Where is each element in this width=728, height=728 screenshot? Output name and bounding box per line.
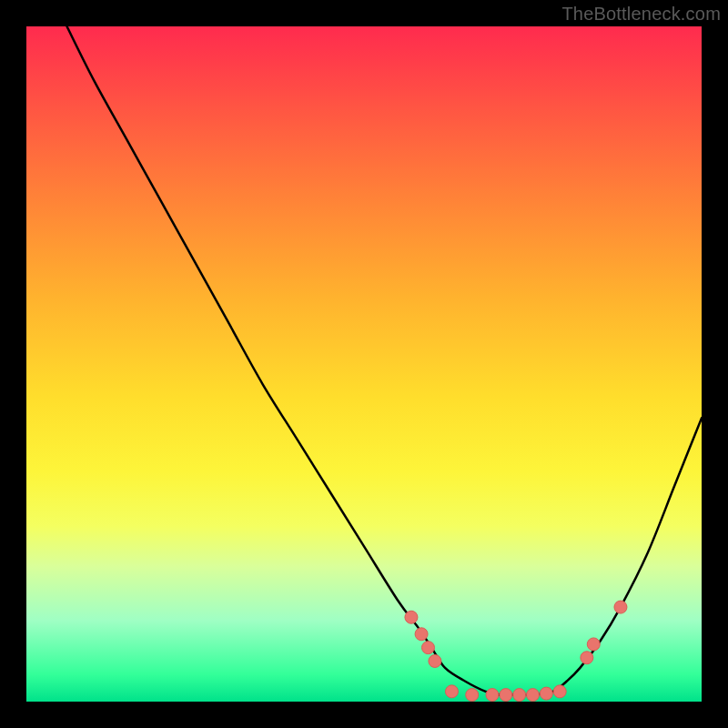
marker-dot xyxy=(421,642,434,654)
marker-dot xyxy=(587,638,600,651)
marker-dot xyxy=(614,601,627,613)
marker-dot xyxy=(405,611,418,623)
chart-svg xyxy=(26,26,702,702)
watermark-text: TheBottleneck.com xyxy=(561,4,721,25)
chart-plot-area xyxy=(26,26,702,702)
marker-dot xyxy=(527,689,540,702)
marker-dot xyxy=(540,687,552,700)
marker-dot xyxy=(429,654,441,667)
marker-dot xyxy=(513,689,526,702)
marker-dot xyxy=(415,628,428,641)
marker-dot xyxy=(486,689,499,702)
marker-dot xyxy=(553,685,566,698)
marker-dot xyxy=(581,652,593,664)
marker-dot xyxy=(500,689,512,702)
marker-dot xyxy=(466,689,479,702)
curve-markers xyxy=(405,601,627,701)
bottleneck-curve xyxy=(67,26,702,695)
marker-dot xyxy=(445,685,458,698)
